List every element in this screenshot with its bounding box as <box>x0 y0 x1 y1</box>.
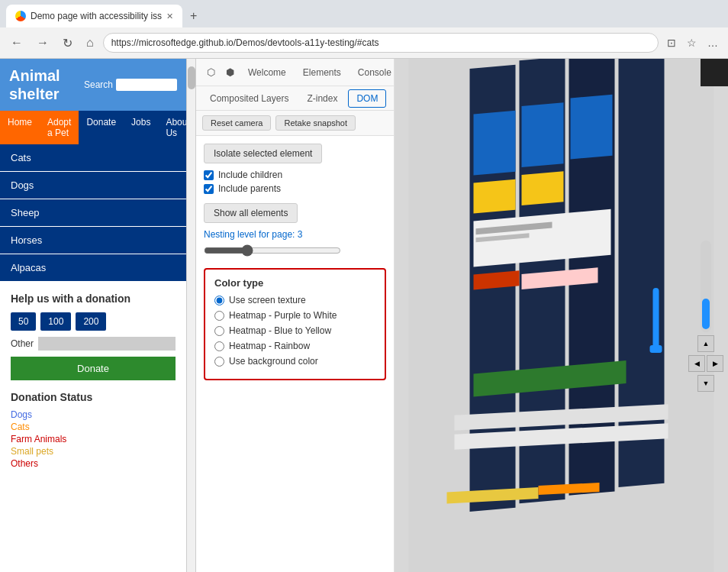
svg-rect-7 <box>571 95 613 160</box>
main-layout: Animal shelter Search Home Adopt a Pet D… <box>0 59 728 572</box>
search-input[interactable] <box>116 79 177 91</box>
favorites-button[interactable]: ☆ <box>683 34 701 52</box>
radio-heatmap-blue: Heatmap - Blue to Yellow <box>214 325 375 336</box>
vertical-slider-thumb[interactable] <box>702 299 710 329</box>
donate-button[interactable]: Donate <box>11 357 176 380</box>
svg-rect-8 <box>474 179 516 214</box>
more-tools-button[interactable]: … <box>704 34 722 52</box>
reader-view-button[interactable]: ⊡ <box>663 34 680 52</box>
nesting-label: Nesting level for page: 3 <box>204 229 386 240</box>
arrow-left[interactable]: ◀ <box>688 355 705 372</box>
arrow-right[interactable]: ▶ <box>707 355 723 372</box>
reset-camera-btn[interactable]: Reset camera <box>202 115 271 131</box>
radio-heatmap-purple-input[interactable] <box>214 311 224 321</box>
include-parents-row: Include parents <box>204 183 386 194</box>
svg-rect-5 <box>474 111 516 176</box>
3d-canvas[interactable] <box>395 59 728 572</box>
nav-donate[interactable]: Donate <box>79 111 124 144</box>
sidebar-item-horses[interactable]: Horses <box>0 227 186 254</box>
svg-rect-15 <box>650 345 662 353</box>
devtools-content: Isolate selected element Include childre… <box>196 136 394 572</box>
subtab-composited[interactable]: Composited Layers <box>202 90 296 107</box>
new-tab-button[interactable]: + <box>185 8 201 24</box>
donation-200[interactable]: 200 <box>76 312 106 331</box>
include-children-checkbox[interactable] <box>204 170 214 180</box>
refresh-button[interactable]: ↻ <box>58 33 77 53</box>
devtools-left-panel: ⬡ ⬢ Welcome Elements Console 3D View ✕ »… <box>196 59 395 572</box>
svg-rect-14 <box>653 288 659 349</box>
radio-bg-color-input[interactable] <box>214 357 224 367</box>
devtools-toolbar: ⬡ ⬢ Welcome Elements Console 3D View ✕ »… <box>196 59 394 86</box>
radio-heatmap-rainbow-input[interactable] <box>214 341 224 351</box>
donation-status-title: Donation Status <box>11 391 176 403</box>
tab-title: Demo page with accessibility iss <box>31 11 162 21</box>
radio-bg-color: Use background color <box>214 356 375 367</box>
status-dogs: Dogs <box>11 409 176 420</box>
radio-heatmap-rainbow: Heatmap - Rainbow <box>214 341 375 351</box>
3d-view-controls: ▲ ◀ ▶ ▼ <box>688 59 723 572</box>
website-scrollbar[interactable] <box>187 59 196 572</box>
nav-jobs[interactable]: Jobs <box>124 111 158 144</box>
status-small: Small pets <box>11 446 176 457</box>
subtab-dom[interactable]: DOM <box>348 89 386 108</box>
home-button[interactable]: ⌂ <box>82 33 98 53</box>
devtools-icon-btn-2[interactable]: ⬢ <box>221 63 239 81</box>
forward-button[interactable]: → <box>32 33 53 53</box>
back-button[interactable]: ← <box>6 33 27 53</box>
donation-status: Donation Status Dogs Cats Farm Animals S… <box>0 391 186 481</box>
status-others: Others <box>11 458 176 469</box>
svg-rect-4 <box>619 59 665 487</box>
address-bar: ← → ↻ ⌂ ⊡ ☆ … <box>0 27 728 58</box>
arrow-up[interactable]: ▲ <box>697 335 714 352</box>
subtab-zindex[interactable]: Z-index <box>299 90 345 107</box>
tab-welcome[interactable]: Welcome <box>240 63 294 82</box>
search-box: Search <box>84 79 177 91</box>
arrow-down[interactable]: ▼ <box>697 375 714 392</box>
other-row: Other <box>11 337 176 351</box>
status-cats: Cats <box>11 422 176 432</box>
isolate-btn[interactable]: Isolate selected element <box>204 144 322 163</box>
radio-heatmap-blue-input[interactable] <box>214 326 224 336</box>
nav-adopt[interactable]: Adopt a Pet <box>40 111 79 144</box>
svg-rect-9 <box>522 171 564 205</box>
radio-screen-texture: Use screen texture <box>214 295 375 305</box>
address-input[interactable] <box>103 33 659 53</box>
active-tab[interactable]: Demo page with accessibility iss ✕ <box>6 5 182 27</box>
sidebar-item-sheep[interactable]: Sheep <box>0 199 186 226</box>
include-children-label: Include children <box>218 170 282 180</box>
radio-heatmap-blue-label: Heatmap - Blue to Yellow <box>229 325 331 336</box>
nav-home[interactable]: Home <box>0 111 40 144</box>
show-all-btn[interactable]: Show all elements <box>204 203 298 223</box>
nesting-slider-container <box>204 244 386 259</box>
tab-favicon <box>15 11 26 21</box>
sidebar-item-alpacas[interactable]: Alpacas <box>0 254 186 281</box>
devtools-icon-btn-1[interactable]: ⬡ <box>202 63 220 81</box>
include-parents-checkbox[interactable] <box>204 184 214 194</box>
nav-about[interactable]: About Us <box>158 111 187 144</box>
other-input[interactable] <box>38 337 176 351</box>
site-sidebar: Cats Dogs Sheep Horses Alpacas <box>0 144 186 281</box>
tab-bar: Demo page with accessibility iss ✕ + <box>0 0 728 27</box>
other-label: Other <box>11 338 34 349</box>
site-logo: Animal shelter <box>9 66 60 103</box>
arrow-lr: ◀ ▶ <box>688 355 723 372</box>
donation-100[interactable]: 100 <box>40 312 71 331</box>
tab-console[interactable]: Console <box>350 63 399 82</box>
sidebar-item-cats[interactable]: Cats <box>0 144 186 171</box>
radio-heatmap-purple-label: Heatmap - Purple to White <box>229 310 337 321</box>
donation-50[interactable]: 50 <box>11 312 36 331</box>
radio-heatmap-purple: Heatmap - Purple to White <box>214 310 375 321</box>
include-parents-label: Include parents <box>218 183 281 194</box>
action-buttons-bar: Reset camera Retake snapshot <box>196 111 394 136</box>
site-header: Animal shelter Search <box>0 59 186 111</box>
tab-close-button[interactable]: ✕ <box>166 11 173 21</box>
donation-section: Help us with a donation 50 100 200 Other… <box>0 282 186 391</box>
radio-screen-texture-label: Use screen texture <box>229 295 306 305</box>
retake-snapshot-btn[interactable]: Retake snapshot <box>275 115 356 131</box>
tab-elements[interactable]: Elements <box>295 63 349 82</box>
vertical-slider-track <box>701 241 711 332</box>
status-farm: Farm Animals <box>11 434 176 444</box>
radio-screen-texture-input[interactable] <box>214 296 224 305</box>
sidebar-item-dogs[interactable]: Dogs <box>0 172 186 199</box>
nesting-slider[interactable] <box>204 244 341 257</box>
